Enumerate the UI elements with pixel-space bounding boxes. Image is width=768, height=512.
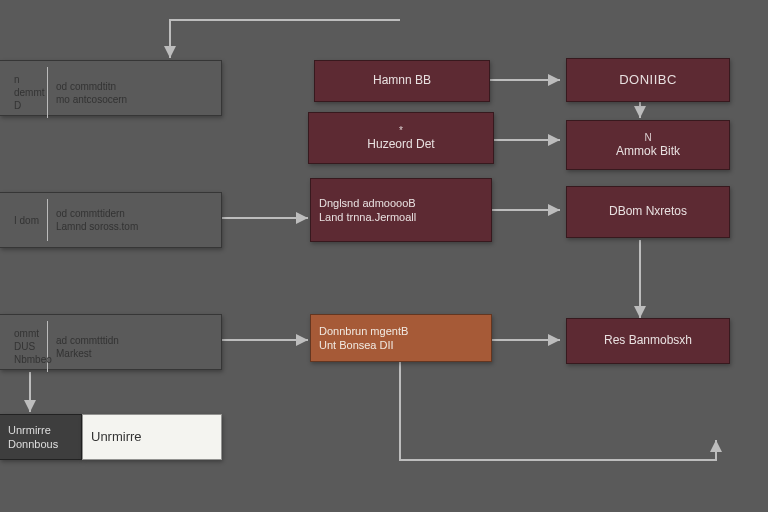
mid-box-1: Hamnn BB [314, 60, 490, 102]
left-box-3: ommt DUS Nbmbeo ad commtttidn Markest [0, 314, 222, 370]
cell-text: n demmt [14, 73, 41, 99]
box-title: Huzeord Det [367, 137, 434, 153]
cell-text: Unrmirre [8, 423, 73, 437]
box-line: Donnbrun mgentB [319, 324, 483, 338]
left-box-2: I dom od commttidern Lamnd soross.tom [0, 192, 222, 248]
box-line: Land trnna.Jermoall [319, 210, 483, 224]
left-box-4-right: Unrmirre [82, 414, 222, 460]
cell-text: Markest [56, 347, 205, 360]
cell-text: od commdtitn [56, 80, 205, 93]
right-box-4: Res Banmobsxh [566, 318, 730, 364]
box-title: DONIIBC [619, 72, 677, 89]
cell-text: Lamnd soross.tom [56, 220, 205, 233]
box-title: Ammok Bitk [616, 144, 680, 160]
cell-text: od commttidern [56, 207, 205, 220]
mid-box-3: Dnglsnd admooooB Land trnna.Jermoall [310, 178, 492, 242]
left-box-3-right: ad commtttidn Markest [48, 321, 213, 372]
cell-text: mo antcosocern [56, 93, 205, 106]
left-box-3-left: ommt DUS Nbmbeo [8, 321, 48, 372]
cell-text: I dom [14, 214, 41, 227]
left-box-2-left: I dom [8, 199, 48, 241]
cell-text: ad commtttidn [56, 334, 205, 347]
cell-text: D [14, 99, 41, 112]
left-box-4-small: Unrmirre Donnbous [0, 414, 82, 460]
box-line: Unt Bonsea DII [319, 338, 483, 352]
left-box-1-right: od commdtitn mo antcosocern [48, 67, 213, 118]
box-line: Dnglsnd admooooB [319, 196, 483, 210]
left-box-1-left: n demmt D [8, 67, 48, 118]
box-title: DBom Nxretos [609, 204, 687, 220]
box-sub: N [644, 131, 651, 144]
mid-box-2: * Huzeord Det [308, 112, 494, 164]
cell-text: Donnbous [8, 437, 73, 451]
right-box-1: DONIIBC [566, 58, 730, 102]
left-box-2-right: od commttidern Lamnd soross.tom [48, 199, 213, 241]
cell-text: Nbmbeo [14, 353, 41, 366]
mid-box-4: Donnbrun mgentB Unt Bonsea DII [310, 314, 492, 362]
right-box-3: DBom Nxretos [566, 186, 730, 238]
left-box-1: n demmt D od commdtitn mo antcosocern [0, 60, 222, 116]
cell-text: ommt DUS [14, 327, 41, 353]
box-title: Hamnn BB [373, 73, 431, 89]
box-title: Res Banmobsxh [604, 333, 692, 349]
box-sub: * [399, 124, 403, 137]
right-box-2: N Ammok Bitk [566, 120, 730, 170]
cell-text: Unrmirre [91, 429, 213, 446]
